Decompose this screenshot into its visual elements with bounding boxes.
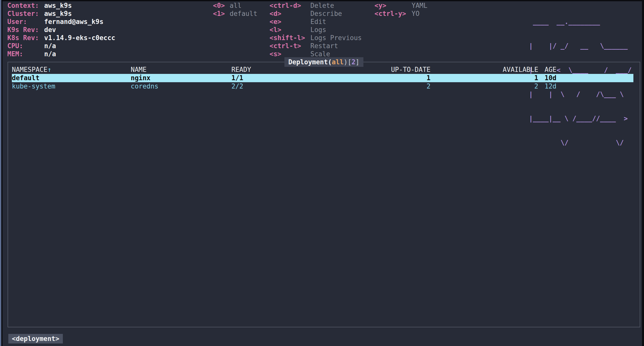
info-row-context: Context:aws_k9s — [7, 2, 115, 10]
hotkey-label: Edit — [310, 18, 326, 25]
hotkey: <0> — [213, 2, 230, 10]
menu-item-logs-previous: <shift-l>Logs Previous — [270, 34, 362, 42]
cell-up-to-date: 2 — [355, 82, 431, 90]
hotkey-label: Scale — [310, 50, 330, 58]
info-label: K8s Rev: — [7, 34, 44, 42]
cell-ready: 1/1 — [231, 74, 243, 82]
hotkey: <s> — [270, 50, 310, 58]
table-row-coredns[interactable]: kube-system coredns 2/2 2 2 12d — [8, 82, 640, 91]
hotkey: <ctrl-y> — [374, 10, 412, 18]
hotkey: <e> — [270, 18, 310, 26]
info-label: MEM: — [7, 50, 44, 58]
table-row-nginx-selected[interactable]: default nginx 1/1 1 1 10d — [8, 74, 640, 82]
action-hotkeys-menu: <ctrl-d>Delete <d>Describe <e>Edit <l>Lo… — [270, 2, 362, 58]
cell-namespace: default — [12, 74, 40, 82]
cell-ready: 2/2 — [231, 82, 243, 90]
info-row-mem: MEM:n/a — [7, 50, 115, 58]
hotkey: <l> — [270, 26, 310, 34]
info-row-k8s-rev: K8s Rev:v1.14.9-eks-c0eccc — [7, 34, 115, 42]
column-header-available[interactable]: AVAILABLE — [463, 66, 538, 74]
info-value: dev — [44, 26, 56, 34]
menu-item-edit: <e>Edit — [270, 18, 362, 26]
title-punct: ] — [356, 58, 360, 66]
logo-line: | |/ _/ __ \______ — [529, 42, 632, 50]
title-resource: Deployment( — [288, 58, 332, 66]
title-scope: all — [332, 58, 344, 66]
cell-available: 2 — [463, 82, 538, 90]
hotkey-label: all — [230, 2, 241, 9]
info-row-k9s-rev: K9s Rev:dev — [7, 26, 115, 34]
column-header-ready[interactable]: READY — [231, 66, 251, 74]
hotkey-label: YAML — [412, 2, 427, 9]
hotkey-label: Describe — [310, 10, 342, 17]
column-header-up-to-date[interactable]: UP-TO-DATE — [355, 66, 431, 74]
menu-item-all: <0>all — [213, 2, 257, 10]
info-label: K9s Rev: — [7, 26, 44, 34]
hotkey: <d> — [270, 10, 310, 18]
info-row-user: User:fernand@aws_k9s — [7, 18, 115, 26]
cell-age: 10d — [545, 74, 556, 82]
hotkey-label: Logs Previous — [310, 34, 362, 42]
menu-item-scale: <s>Scale — [270, 50, 362, 58]
menu-item-yo: <ctrl-y>YO — [374, 10, 427, 18]
window-edge-accent — [0, 0, 1, 346]
k9s-terminal-window: Context:aws_k9s Cluster:aws_k9s User:fer… — [0, 0, 644, 346]
cell-available: 1 — [463, 74, 538, 82]
info-label: Cluster: — [7, 10, 44, 18]
hotkey-label: Logs — [310, 26, 326, 34]
info-value: n/a — [44, 50, 56, 58]
hotkey-label: default — [230, 10, 257, 17]
menu-item-yaml: <y>YAML — [374, 2, 427, 10]
hotkey: <ctrl-d> — [270, 2, 310, 10]
cell-name: coredns — [131, 82, 158, 90]
cell-namespace: kube-system — [12, 82, 55, 90]
breadcrumb-deployment-chip[interactable]: <deployment> — [8, 334, 63, 343]
hotkey: <shift-l> — [270, 34, 310, 42]
info-value: v1.14.9-eks-c0eccc — [44, 34, 115, 42]
info-value: aws_k9s — [44, 2, 72, 9]
info-value: fernand@aws_k9s — [44, 18, 103, 25]
logo-line: ____ __.________ — [529, 18, 632, 26]
info-row-cpu: CPU:n/a — [7, 42, 115, 50]
title-punct: )[ — [344, 58, 352, 66]
cell-age: 12d — [545, 82, 556, 90]
menu-item-logs: <l>Logs — [270, 26, 362, 34]
menu-item-describe: <d>Describe — [270, 10, 362, 18]
info-value: aws_k9s — [44, 10, 72, 17]
namespace-hotkeys-menu: <0>all <1>default — [213, 2, 257, 18]
menu-item-delete: <ctrl-d>Delete — [270, 2, 362, 10]
column-header-namespace[interactable]: NAMESPACE↑ — [12, 66, 51, 74]
hotkey: <ctrl-t> — [270, 42, 310, 50]
hotkey: <1> — [213, 10, 230, 18]
column-header-age[interactable]: AGE — [545, 66, 556, 74]
column-header-name[interactable]: NAME — [131, 66, 147, 74]
deployments-table: Deployment(all)[2] NAMESPACE↑ NAME READY… — [8, 62, 640, 327]
sort-ascending-icon: ↑ — [47, 66, 51, 73]
info-label: CPU: — [7, 42, 44, 50]
menu-item-default: <1>default — [213, 10, 257, 18]
table-header-row: NAMESPACE↑ NAME READY UP-TO-DATE AVAILAB… — [8, 66, 640, 74]
hotkey-label: YO — [412, 10, 419, 17]
yaml-hotkeys-menu: <y>YAML <ctrl-y>YO — [374, 2, 427, 18]
info-value: n/a — [44, 42, 56, 50]
cluster-info-panel: Context:aws_k9s Cluster:aws_k9s User:fer… — [7, 2, 115, 58]
selection-highlight — [12, 74, 633, 82]
breadcrumb: <deployment> — [8, 334, 63, 343]
hotkey: <y> — [374, 2, 412, 10]
info-row-cluster: Cluster:aws_k9s — [7, 10, 115, 18]
hotkey-label: Delete — [310, 2, 334, 9]
title-count: 2 — [352, 58, 356, 66]
info-label: Context: — [7, 2, 44, 10]
cell-name: nginx — [131, 74, 150, 82]
info-label: User: — [7, 18, 44, 26]
cell-up-to-date: 1 — [355, 74, 431, 82]
hotkey-label: Restart — [310, 42, 338, 50]
menu-item-restart: <ctrl-t>Restart — [270, 42, 362, 50]
